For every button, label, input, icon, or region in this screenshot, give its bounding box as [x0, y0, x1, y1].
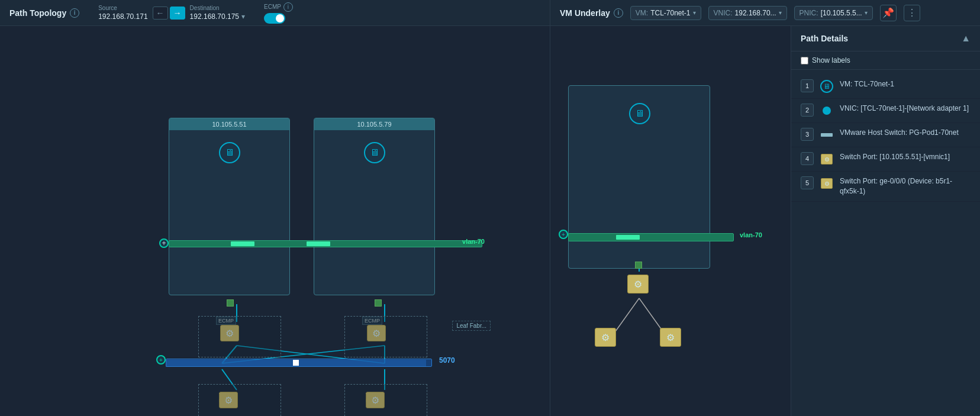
step-num-5: 5: [801, 176, 814, 189]
step-num-1: 1: [801, 79, 814, 92]
vm-label: VM:: [636, 9, 648, 17]
leaf-fabric-label: Leaf Fabr...: [452, 321, 491, 331]
host-box-1: 10.105.5.51 🖥: [169, 118, 290, 295]
vxlan-left-connector: +: [156, 355, 166, 365]
show-labels-row: Show labels: [791, 51, 980, 70]
dest-value: 192.168.70.175: [190, 12, 239, 21]
vm-dropdown-chevron: ▾: [693, 9, 696, 16]
ecmp-group: ECMP i: [264, 2, 293, 24]
topology-canvas[interactable]: 10.105.5.51 🖥 10.105.5.79 🖥 +: [0, 26, 550, 416]
step-text-5: Switch Port: ge-0/0/0 (Device: b5r1-qfx5…: [840, 176, 971, 196]
left-arrow-button[interactable]: ←: [153, 7, 168, 20]
underlay-main-switch: ⚙: [627, 275, 649, 294]
more-options-button[interactable]: ⋮: [904, 5, 920, 21]
underlay-vlan-connector: +: [559, 230, 568, 239]
underlay-green-sq: [635, 262, 642, 269]
pin-button[interactable]: 📌: [880, 5, 897, 21]
vxlan-center-dot: [293, 360, 299, 366]
host2-monitor-icon: 🖥: [364, 142, 385, 163]
ecmp-label: ECMP: [264, 4, 281, 10]
underlay-vlan-label: vlan-70: [740, 231, 762, 238]
underlay-canvas[interactable]: 🖥 + vlan-70 ⚙ ⚙: [550, 26, 791, 416]
step-icon-1: 🖥: [820, 79, 834, 93]
source-dest-controls: Source 192.168.70.171 ← → Destination 19…: [98, 5, 245, 21]
step-text-2: VNIC: [TCL-70net-1]-[Network adapter 1]: [840, 104, 969, 114]
step-icon-4: ⚙: [820, 152, 834, 166]
green-sq-2: [375, 299, 382, 307]
underlay-vlan-bar: [568, 233, 734, 241]
path-topology-title: Path Topology i: [9, 8, 79, 18]
vm-underlay-info-icon[interactable]: i: [614, 8, 623, 18]
source-label: Source: [98, 5, 147, 11]
host1-label: 10.105.5.51: [169, 118, 289, 130]
step-num-3: 3: [801, 128, 814, 141]
source-value: 192.168.70.171: [98, 12, 147, 21]
path-details-title: Path Details: [801, 34, 848, 43]
path-step-2: 2 VNIC: [TCL-70net-1]-[Network adapter 1…: [791, 99, 980, 123]
dest-field-group: Destination 192.168.70.175 ▾: [190, 5, 245, 21]
vxlan-bar: [166, 359, 432, 367]
vnic-value: 192.168.70...: [735, 9, 776, 17]
underlay-monitor-icon: 🖥: [629, 103, 650, 124]
step-num-2: 2: [801, 104, 814, 117]
underlay-child-switch-left: ⚙: [595, 328, 616, 347]
vm-underlay-panel: 🖥 + vlan-70 ⚙ ⚙: [550, 26, 791, 416]
right-panel-title: VM Underlay: [560, 8, 610, 18]
path-step-1: 1 🖥 VM: TCL-70net-1: [791, 75, 980, 99]
pnic-dropdown[interactable]: PNIC: [10.105.5.5... ▾: [794, 6, 873, 20]
path-details-header: Path Details ▲: [791, 26, 980, 51]
dest-dropdown-arrow[interactable]: ▾: [241, 12, 245, 21]
step-icon-5: ⚙: [820, 176, 834, 191]
step-icon-3: [820, 128, 834, 142]
left-connector: +: [159, 238, 169, 248]
host-box-2: 10.105.5.79 🖥: [314, 118, 435, 295]
vtep-rr-box-right: [344, 316, 427, 357]
path-details-collapse-button[interactable]: ▲: [961, 33, 971, 44]
vm-dropdown[interactable]: VM: TCL-70net-1 ▾: [630, 6, 701, 20]
path-topology-panel: 10.105.5.51 🖥 10.105.5.79 🖥 +: [0, 26, 550, 416]
path-topology-info-icon[interactable]: i: [70, 8, 79, 18]
vnic-label: VNIC:: [714, 9, 733, 17]
vnic-dropdown[interactable]: VNIC: 192.168.70... ▾: [708, 6, 787, 20]
rr-box-right: [344, 384, 427, 416]
step-icon-2: [820, 104, 834, 118]
green-sq-1: [227, 299, 234, 307]
pnic-label: PNIC:: [800, 9, 818, 17]
path-step-3: 3 VMware Host Switch: PG-Pod1-70net: [791, 123, 980, 147]
vm-underlay-title: VM Underlay i: [560, 8, 623, 18]
show-labels-checkbox[interactable]: [801, 57, 808, 65]
underlay-child-switch-left-box: ⚙: [595, 328, 616, 347]
vnic-dropdown-chevron: ▾: [779, 9, 782, 16]
vtep-rr-box-left: [198, 316, 281, 357]
show-labels-text: Show labels: [812, 56, 850, 65]
underlay-child-switch-right-box: ⚙: [660, 328, 681, 347]
step-num-4: 4: [801, 152, 814, 165]
path-steps-list: 1 🖥 VM: TCL-70net-1 2 VNIC: [TCL-70net-1…: [791, 70, 980, 416]
underlay-child-switch-right: ⚙: [660, 328, 681, 347]
dest-label: Destination: [190, 5, 245, 11]
step-text-3: VMware Host Switch: PG-Pod1-70net: [840, 128, 959, 138]
rr-box-left: [198, 384, 281, 416]
vlan-label: vlan-70: [462, 238, 485, 245]
path-step-5: 5 ⚙ Switch Port: ge-0/0/0 (Device: b5r1-…: [791, 172, 980, 202]
vxlan-label: 5070: [439, 356, 455, 365]
underlay-main-switch-box: ⚙: [627, 275, 649, 294]
step-text-4: Switch Port: [10.105.5.51]-[vmnic1]: [840, 152, 950, 162]
ecmp-info-icon[interactable]: i: [283, 2, 293, 12]
pnic-value: [10.105.5.5...: [821, 9, 862, 17]
left-panel-title: Path Topology: [9, 8, 66, 18]
right-arrow-button[interactable]: →: [170, 7, 185, 20]
source-field-group: Source 192.168.70.171: [98, 5, 147, 21]
underlay-monitor-wrapper: 🖥: [629, 103, 650, 124]
step-text-1: VM: TCL-70net-1: [840, 79, 894, 89]
path-step-4: 4 ⚙ Switch Port: [10.105.5.51]-[vmnic1]: [791, 147, 980, 172]
path-details-panel: Path Details ▲ Show labels 1 🖥 VM: TCL-7…: [791, 26, 980, 416]
host1-monitor-icon: 🖥: [219, 142, 240, 163]
ecmp-toggle[interactable]: [264, 13, 285, 24]
vm-value: TCL-70net-1: [650, 9, 690, 17]
vlan-bar: [169, 240, 482, 247]
host2-label: 10.105.5.79: [314, 118, 434, 130]
pnic-dropdown-chevron: ▾: [865, 9, 868, 16]
